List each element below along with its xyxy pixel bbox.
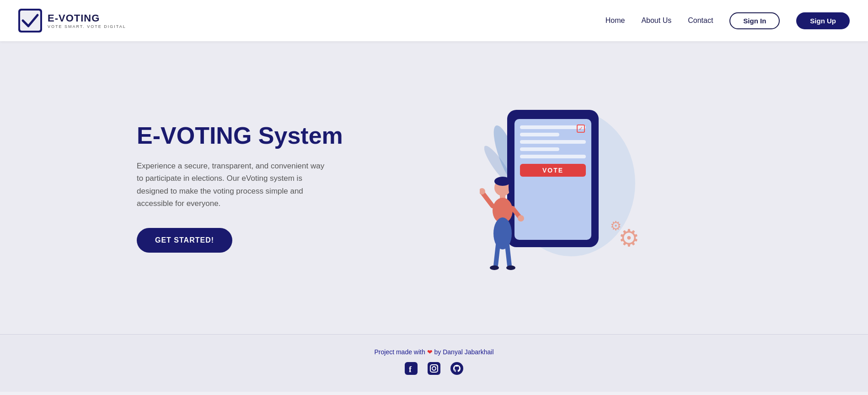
footer-credit: Project made with ❤ by Danyal Jabarkhail xyxy=(18,348,850,356)
navbar: E-VOTING VOTE SMART. VOTE DIGITAL Home A… xyxy=(0,0,868,41)
get-started-button[interactable]: GET STARTED! xyxy=(137,228,232,253)
svg-text:f: f xyxy=(409,365,412,374)
screen-line-4 xyxy=(520,147,559,151)
gear-small-icon: ⚙ xyxy=(610,218,622,233)
gear-large-icon: ⚙ xyxy=(618,224,640,252)
svg-point-25 xyxy=(437,365,438,367)
screen-check: ✓ xyxy=(576,124,586,134)
github-icon[interactable] xyxy=(450,362,463,378)
footer-credit-by: by Danyal Jabarkhail xyxy=(434,348,494,356)
person-illustration xyxy=(480,174,525,275)
svg-point-18 xyxy=(490,265,499,270)
nav-contact[interactable]: Contact xyxy=(688,16,713,25)
screen-checkbox: ✓ xyxy=(577,124,585,133)
logo-title: E-VOTING xyxy=(48,12,126,24)
hero-section: E-VOTING System Experience a secure, tra… xyxy=(0,41,868,334)
screen-line-3 xyxy=(520,140,586,144)
svg-line-16 xyxy=(496,245,498,265)
logo-area: E-VOTING VOTE SMART. VOTE DIGITAL xyxy=(18,9,126,32)
svg-point-7 xyxy=(494,177,511,186)
footer-credit-text: Project made with xyxy=(374,348,425,356)
phone-screen: ✓ VOTE xyxy=(514,119,591,240)
footer-icons: f xyxy=(18,362,850,378)
hero-title: E-VOTING System xyxy=(137,123,356,149)
hero-image-area: ✓ VOTE ⚙ ⚙ xyxy=(384,96,731,279)
svg-rect-22 xyxy=(428,362,440,375)
screen-line-2 xyxy=(520,133,559,136)
svg-line-12 xyxy=(482,192,493,206)
svg-point-19 xyxy=(506,265,515,270)
hero-description: Experience a secure, transparent, and co… xyxy=(137,160,329,210)
logo-icon xyxy=(18,9,42,32)
hero-inner: E-VOTING System Experience a secure, tra… xyxy=(137,96,731,279)
svg-point-8 xyxy=(509,178,513,196)
svg-point-26 xyxy=(450,362,463,375)
nav-links: Home About Us Contact Sign In Sign Up xyxy=(605,12,850,29)
svg-line-17 xyxy=(507,245,509,265)
nav-about[interactable]: About Us xyxy=(641,16,671,25)
instagram-icon[interactable] xyxy=(428,362,440,378)
vote-button-label: VOTE xyxy=(520,164,586,177)
facebook-icon[interactable]: f xyxy=(405,362,418,378)
svg-point-15 xyxy=(518,215,524,222)
hero-text: E-VOTING System Experience a secure, tra… xyxy=(137,123,356,253)
signin-button[interactable]: Sign In xyxy=(729,12,780,29)
signup-button[interactable]: Sign Up xyxy=(796,12,850,29)
heart-icon: ❤ xyxy=(427,348,434,356)
illustration: ✓ VOTE ⚙ ⚙ xyxy=(471,96,644,279)
nav-home[interactable]: Home xyxy=(605,16,625,25)
logo-text-block: E-VOTING VOTE SMART. VOTE DIGITAL xyxy=(48,12,126,29)
logo-subtitle: VOTE SMART. VOTE DIGITAL xyxy=(48,24,126,29)
footer: Project made with ❤ by Danyal Jabarkhail… xyxy=(0,334,868,392)
screen-line-5 xyxy=(520,155,586,158)
